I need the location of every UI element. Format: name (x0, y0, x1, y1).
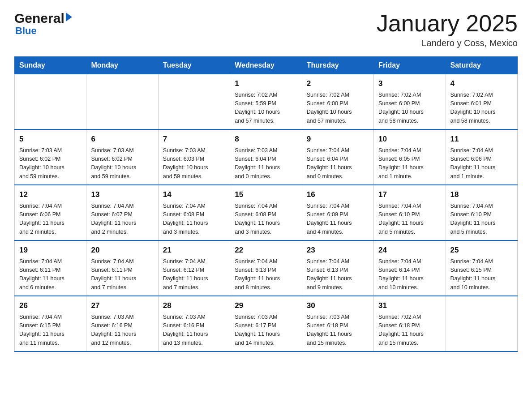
day-number: 6 (91, 133, 153, 145)
sun-info: Sunrise: 7:03 AM Sunset: 6:02 PM Dayligh… (91, 146, 153, 181)
header-day-friday: Friday (374, 57, 446, 74)
calendar-cell: 27Sunrise: 7:03 AM Sunset: 6:16 PM Dayli… (86, 296, 158, 351)
calendar-header: SundayMondayTuesdayWednesdayThursdayFrid… (15, 57, 518, 74)
calendar-cell: 3Sunrise: 7:02 AM Sunset: 6:00 PM Daylig… (374, 74, 446, 130)
sun-info: Sunrise: 7:04 AM Sunset: 6:07 PM Dayligh… (91, 202, 153, 237)
header-day-saturday: Saturday (446, 57, 517, 74)
calendar-cell: 13Sunrise: 7:04 AM Sunset: 6:07 PM Dayli… (86, 185, 158, 240)
sun-info: Sunrise: 7:04 AM Sunset: 6:13 PM Dayligh… (307, 257, 369, 292)
calendar-cell: 25Sunrise: 7:04 AM Sunset: 6:15 PM Dayli… (446, 240, 517, 296)
logo: General Blue (14, 11, 72, 37)
calendar-table: SundayMondayTuesdayWednesdayThursdayFrid… (14, 56, 518, 352)
title-block: January 2025 Landero y Coss, Mexico (377, 11, 518, 48)
sun-info: Sunrise: 7:04 AM Sunset: 6:08 PM Dayligh… (235, 202, 297, 237)
calendar-cell: 29Sunrise: 7:03 AM Sunset: 6:17 PM Dayli… (230, 296, 302, 351)
day-number: 10 (378, 133, 441, 145)
calendar-cell (446, 296, 517, 351)
week-row-2: 5Sunrise: 7:03 AM Sunset: 6:02 PM Daylig… (15, 129, 518, 185)
calendar-cell: 9Sunrise: 7:04 AM Sunset: 6:04 PM Daylig… (302, 129, 373, 185)
sun-info: Sunrise: 7:03 AM Sunset: 6:16 PM Dayligh… (91, 313, 153, 348)
sun-info: Sunrise: 7:04 AM Sunset: 6:08 PM Dayligh… (163, 202, 225, 237)
day-number: 23 (307, 244, 369, 256)
day-number: 30 (307, 300, 369, 312)
calendar-cell: 19Sunrise: 7:04 AM Sunset: 6:11 PM Dayli… (15, 240, 86, 296)
calendar-cell: 14Sunrise: 7:04 AM Sunset: 6:08 PM Dayli… (158, 185, 230, 240)
calendar-cell: 22Sunrise: 7:04 AM Sunset: 6:13 PM Dayli… (230, 240, 302, 296)
sun-info: Sunrise: 7:04 AM Sunset: 6:12 PM Dayligh… (163, 257, 225, 292)
calendar-cell: 21Sunrise: 7:04 AM Sunset: 6:12 PM Dayli… (158, 240, 230, 296)
day-number: 29 (235, 300, 297, 312)
sun-info: Sunrise: 7:04 AM Sunset: 6:13 PM Dayligh… (235, 257, 297, 292)
day-number: 5 (19, 133, 82, 145)
sun-info: Sunrise: 7:04 AM Sunset: 6:14 PM Dayligh… (378, 257, 441, 292)
day-number: 17 (378, 189, 441, 201)
header-day-thursday: Thursday (302, 57, 373, 74)
sun-info: Sunrise: 7:03 AM Sunset: 6:04 PM Dayligh… (235, 146, 297, 181)
calendar-cell: 11Sunrise: 7:04 AM Sunset: 6:06 PM Dayli… (446, 129, 517, 185)
calendar-cell: 8Sunrise: 7:03 AM Sunset: 6:04 PM Daylig… (230, 129, 302, 185)
calendar-body: 1Sunrise: 7:02 AM Sunset: 5:59 PM Daylig… (15, 74, 518, 352)
sun-info: Sunrise: 7:04 AM Sunset: 6:05 PM Dayligh… (378, 146, 441, 181)
day-number: 9 (307, 133, 369, 145)
day-number: 19 (19, 244, 82, 256)
day-number: 21 (163, 244, 225, 256)
page-subtitle: Landero y Coss, Mexico (377, 38, 518, 48)
header-day-sunday: Sunday (15, 57, 86, 74)
day-number: 1 (235, 78, 297, 90)
day-number: 22 (235, 244, 297, 256)
week-row-1: 1Sunrise: 7:02 AM Sunset: 5:59 PM Daylig… (15, 74, 518, 130)
day-number: 11 (450, 133, 513, 145)
sun-info: Sunrise: 7:04 AM Sunset: 6:15 PM Dayligh… (19, 313, 82, 348)
calendar-cell: 24Sunrise: 7:04 AM Sunset: 6:14 PM Dayli… (374, 240, 446, 296)
sun-info: Sunrise: 7:03 AM Sunset: 6:03 PM Dayligh… (163, 146, 225, 181)
day-number: 16 (307, 189, 369, 201)
sun-info: Sunrise: 7:04 AM Sunset: 6:06 PM Dayligh… (450, 146, 513, 181)
sun-info: Sunrise: 7:02 AM Sunset: 6:00 PM Dayligh… (378, 91, 441, 126)
calendar-cell: 4Sunrise: 7:02 AM Sunset: 6:01 PM Daylig… (446, 74, 517, 130)
header-day-wednesday: Wednesday (230, 57, 302, 74)
week-row-3: 12Sunrise: 7:04 AM Sunset: 6:06 PM Dayli… (15, 185, 518, 240)
calendar-cell: 17Sunrise: 7:04 AM Sunset: 6:10 PM Dayli… (374, 185, 446, 240)
header-day-tuesday: Tuesday (158, 57, 230, 74)
header-row: SundayMondayTuesdayWednesdayThursdayFrid… (15, 57, 518, 74)
sun-info: Sunrise: 7:02 AM Sunset: 6:00 PM Dayligh… (307, 91, 369, 126)
calendar-cell: 7Sunrise: 7:03 AM Sunset: 6:03 PM Daylig… (158, 129, 230, 185)
calendar-cell: 20Sunrise: 7:04 AM Sunset: 6:11 PM Dayli… (86, 240, 158, 296)
calendar-cell: 16Sunrise: 7:04 AM Sunset: 6:09 PM Dayli… (302, 185, 373, 240)
calendar-cell (158, 74, 230, 130)
day-number: 24 (378, 244, 441, 256)
calendar-cell: 2Sunrise: 7:02 AM Sunset: 6:00 PM Daylig… (302, 74, 373, 130)
calendar-cell: 30Sunrise: 7:03 AM Sunset: 6:18 PM Dayli… (302, 296, 373, 351)
sun-info: Sunrise: 7:04 AM Sunset: 6:06 PM Dayligh… (19, 202, 82, 237)
sun-info: Sunrise: 7:02 AM Sunset: 6:18 PM Dayligh… (378, 313, 441, 348)
day-number: 31 (378, 300, 441, 312)
day-number: 3 (378, 78, 441, 90)
calendar-cell: 5Sunrise: 7:03 AM Sunset: 6:02 PM Daylig… (15, 129, 86, 185)
week-row-4: 19Sunrise: 7:04 AM Sunset: 6:11 PM Dayli… (15, 240, 518, 296)
day-number: 27 (91, 300, 153, 312)
sun-info: Sunrise: 7:03 AM Sunset: 6:18 PM Dayligh… (307, 313, 369, 348)
calendar-cell (86, 74, 158, 130)
day-number: 28 (163, 300, 225, 312)
sun-info: Sunrise: 7:04 AM Sunset: 6:11 PM Dayligh… (91, 257, 153, 292)
day-number: 2 (307, 78, 369, 90)
day-number: 26 (19, 300, 82, 312)
calendar-cell: 23Sunrise: 7:04 AM Sunset: 6:13 PM Dayli… (302, 240, 373, 296)
header-day-monday: Monday (86, 57, 158, 74)
day-number: 25 (450, 244, 513, 256)
sun-info: Sunrise: 7:04 AM Sunset: 6:11 PM Dayligh… (19, 257, 82, 292)
sun-info: Sunrise: 7:02 AM Sunset: 6:01 PM Dayligh… (450, 91, 513, 126)
logo-arrow-icon (66, 13, 72, 21)
calendar-cell: 28Sunrise: 7:03 AM Sunset: 6:16 PM Dayli… (158, 296, 230, 351)
page-header: General Blue January 2025 Landero y Coss… (14, 11, 518, 48)
week-row-5: 26Sunrise: 7:04 AM Sunset: 6:15 PM Dayli… (15, 296, 518, 351)
day-number: 14 (163, 189, 225, 201)
calendar-cell: 1Sunrise: 7:02 AM Sunset: 5:59 PM Daylig… (230, 74, 302, 130)
calendar-cell: 18Sunrise: 7:04 AM Sunset: 6:10 PM Dayli… (446, 185, 517, 240)
sun-info: Sunrise: 7:03 AM Sunset: 6:02 PM Dayligh… (19, 146, 82, 181)
calendar-cell (15, 74, 86, 130)
day-number: 4 (450, 78, 513, 90)
logo-general-text: General (14, 11, 64, 26)
day-number: 7 (163, 133, 225, 145)
calendar-cell: 15Sunrise: 7:04 AM Sunset: 6:08 PM Dayli… (230, 185, 302, 240)
